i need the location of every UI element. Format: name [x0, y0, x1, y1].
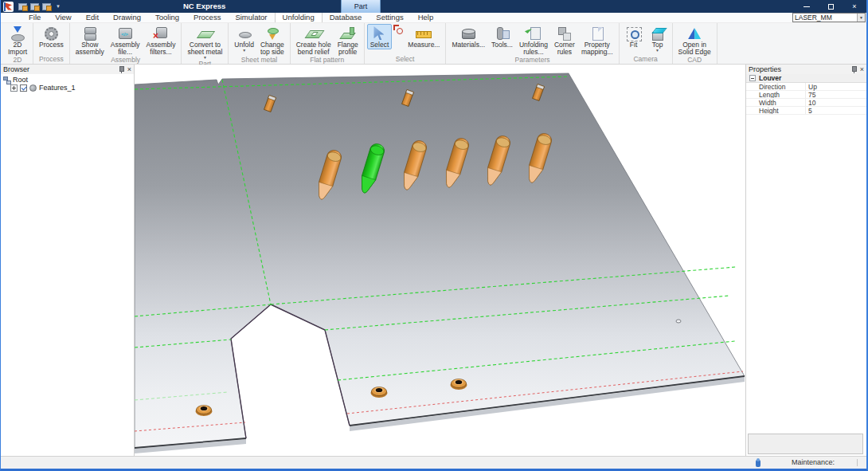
unfold-button[interactable]: Unfold▼ — [231, 24, 257, 53]
menu-help[interactable]: Help — [411, 13, 441, 22]
property-preview-box — [748, 434, 863, 454]
menu-simulator[interactable]: Simulator — [228, 13, 274, 22]
process-button[interactable]: Process — [36, 24, 67, 49]
chevron-down-icon[interactable]: ▼ — [655, 49, 659, 53]
ribbon-group-assembly: Show assemblyAssembly file...Assembly fi… — [70, 23, 182, 64]
tree-item-features_1[interactable]: Features_1 — [3, 84, 134, 92]
assembly-file-button[interactable]: Assembly file... — [108, 24, 143, 57]
corner-rules-icon — [556, 26, 573, 41]
property-value[interactable]: 75 — [805, 91, 866, 98]
flanged-hole-feature[interactable] — [371, 387, 388, 398]
process-gear-icon — [42, 26, 60, 41]
menu-view[interactable]: View — [48, 13, 78, 22]
document-tab-part[interactable]: Part — [341, 0, 381, 13]
pin-icon[interactable] — [851, 66, 857, 73]
button-label: Corner rules — [554, 41, 575, 56]
solid-edge-icon — [686, 26, 703, 41]
ribbon-group-2d: 2D Import2D — [2, 23, 33, 64]
menu-tooling[interactable]: Tooling — [148, 13, 186, 22]
fit-button[interactable]: Fit — [622, 24, 646, 49]
status-bar: Maintenance: 06.06.2022 — [1, 456, 866, 469]
show-assembly-button[interactable]: Show assembly — [72, 24, 108, 57]
close-icon[interactable]: × — [127, 66, 131, 73]
viewport-3d[interactable] — [135, 65, 745, 456]
menu-items: FileViewEditDrawingToolingProcessSimulat… — [22, 13, 440, 22]
menu-edit[interactable]: Edit — [79, 13, 106, 22]
button-label: Show assembly — [76, 41, 104, 56]
materials-button[interactable]: Materials... — [448, 24, 488, 49]
machine-selector-value: LASER_MM — [793, 14, 857, 22]
button-label: Materials... — [452, 41, 485, 49]
property-name: Direction — [746, 83, 805, 90]
change-topside-button[interactable]: Change top side — [257, 24, 287, 57]
close-button[interactable]: × — [843, 0, 866, 13]
assembly-file-icon — [116, 26, 134, 41]
quick-access-import-icon[interactable] — [30, 3, 39, 10]
maximize-button[interactable] — [819, 0, 843, 13]
close-icon[interactable]: × — [860, 66, 864, 73]
2d-import-button[interactable]: 2D Import — [5, 24, 30, 57]
menu-unfolding[interactable]: Unfolding — [275, 13, 323, 22]
main-area: Browser × Root Features_1 Properties × — [1, 65, 866, 456]
assembly-filters-button[interactable]: Assembly filters... — [143, 24, 179, 57]
ribbon-group-label: Parameters — [448, 57, 616, 64]
flanged-hole-feature[interactable] — [451, 379, 467, 391]
minimize-button[interactable] — [795, 0, 819, 13]
quick-access-save-icon[interactable] — [42, 3, 51, 10]
top-button[interactable]: Top▼ — [646, 24, 670, 53]
pilot-hole[interactable] — [676, 320, 681, 323]
tree-item-root[interactable]: Root — [3, 76, 134, 84]
ribbon-toolbar: 2D Import2DProcessProcessShow assemblyAs… — [1, 23, 866, 65]
measure-ruler-icon — [415, 26, 432, 41]
menu-settings[interactable]: Settings — [369, 13, 410, 22]
quick-access-caret-icon[interactable]: ▼ — [56, 4, 61, 9]
select-button[interactable]: Select — [367, 24, 393, 49]
menu-database[interactable]: Database — [323, 13, 369, 22]
flanged-hole-feature[interactable] — [196, 406, 213, 417]
ribbon-group-label: Flat pattern — [293, 57, 362, 64]
property-value[interactable]: Up — [805, 83, 866, 90]
property-name: Length — [746, 91, 805, 98]
button-label: Convert to sheet metal — [187, 41, 222, 56]
zoom-selection-icon — [393, 25, 404, 35]
button-label: Assembly file... — [111, 41, 140, 56]
zoom-selection-button[interactable] — [393, 24, 405, 36]
property-mapping-button[interactable]: Property mapping... — [578, 24, 616, 57]
properties-panel-title: Properties — [749, 65, 851, 73]
quick-access-new-icon[interactable] — [18, 3, 27, 10]
property-name: Height — [746, 107, 805, 114]
collapse-icon[interactable] — [749, 75, 756, 81]
menu-process[interactable]: Process — [186, 13, 228, 22]
button-label: Select — [370, 41, 389, 49]
feature-checkbox[interactable] — [20, 84, 27, 92]
app-logo-icon — [3, 2, 14, 12]
properties-panel-header: Properties × — [746, 65, 866, 74]
ribbon-group-process: ProcessProcess — [33, 23, 70, 64]
unfolding-rules-button[interactable]: Unfolding rules... — [516, 24, 551, 57]
feature-icon — [29, 84, 37, 92]
chevron-down-icon[interactable]: ▼ — [242, 49, 246, 53]
tools-button[interactable]: Tools... — [488, 24, 516, 49]
expand-icon[interactable] — [10, 84, 18, 92]
menu-file[interactable]: File — [22, 13, 48, 22]
measure-button[interactable]: Measure... — [405, 24, 443, 49]
flange-profile-button[interactable]: Flange profile — [334, 24, 362, 57]
corner-rules-button[interactable]: Corner rules — [551, 24, 578, 57]
button-label: Flange profile — [338, 41, 358, 56]
ribbon-group-label: 2D — [5, 57, 30, 64]
property-row-width: Width10 — [746, 99, 866, 107]
createhole-bendrelief-button[interactable]: Create hole bend relief — [293, 24, 334, 57]
openin-solidedge-button[interactable]: Open in Solid Edge — [675, 24, 714, 57]
properties-panel: Properties × Louver DirectionUpLength75W… — [745, 65, 866, 456]
property-value[interactable]: 5 — [805, 107, 866, 114]
machine-selector[interactable]: LASER_MM ▼ — [792, 13, 866, 22]
convertto-sheetmetal-button[interactable]: Convert to sheet metal▼ — [184, 24, 225, 61]
property-group-louver[interactable]: Louver — [746, 74, 866, 83]
pin-icon[interactable] — [119, 66, 124, 73]
scene-canvas[interactable] — [135, 65, 745, 456]
show-assembly-icon — [81, 26, 99, 41]
menu-drawing[interactable]: Drawing — [106, 13, 148, 22]
feature-tree: Root Features_1 — [1, 74, 134, 92]
property-value[interactable]: 10 — [805, 99, 866, 106]
chevron-down-icon[interactable]: ▼ — [857, 14, 865, 22]
